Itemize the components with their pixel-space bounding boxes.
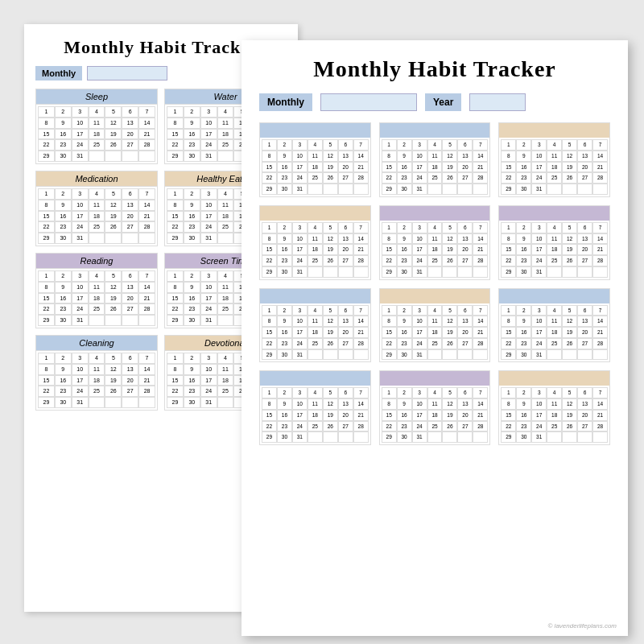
front-habit-8: 1234567 891011121314 15161718192021 2223…	[379, 288, 491, 363]
habit-cleaning-calendar: 1234567 891011121314 15161718192021 2223…	[36, 351, 157, 410]
front-year-input[interactable]	[469, 93, 526, 111]
front-habits-grid: 1234567 891011121314 15161718192021 2223…	[259, 122, 610, 445]
front-habit-9-header	[499, 289, 609, 303]
front-habit-7: 1234567 891011121314 15161718192021 2223…	[259, 288, 371, 363]
front-habit-4-calendar: 1234567 891011121314 15161718192021 2223…	[260, 221, 370, 279]
front-habit-8-header	[380, 289, 490, 303]
front-habit-2: 1234567 891011121314 15161718192021 2223…	[379, 122, 491, 197]
front-habit-5-header	[380, 206, 490, 221]
front-habit-3-header	[499, 123, 609, 138]
front-header-row: Monthly Year	[259, 93, 610, 111]
front-habit-7-calendar: 1234567 891011121314 15161718192021 2223…	[260, 303, 370, 362]
habit-medication-calendar: 1234567 891011121314 15161718192021 2223…	[36, 187, 157, 246]
front-habit-12: 1234567 891011121314 15161718192021 2223…	[498, 370, 610, 445]
habit-reading-calendar: 1234567 891011121314 15161718192021 2223…	[36, 269, 157, 328]
back-monthly-input[interactable]	[87, 66, 167, 80]
front-habit-4: 1234567 891011121314 15161718192021 2223…	[259, 205, 371, 280]
front-habit-7-header	[260, 289, 370, 303]
front-habit-10-header	[260, 371, 370, 386]
front-page-title: Monthly Habit Tracker	[259, 56, 610, 82]
front-habit-3-calendar: 1234567 891011121314 15161718192021 2223…	[499, 138, 609, 196]
front-habit-6: 1234567 891011121314 15161718192021 2223…	[498, 205, 610, 280]
front-monthly-input[interactable]	[320, 93, 417, 111]
front-habit-3: 1234567 891011121314 15161718192021 2223…	[498, 122, 610, 197]
front-year-label: Year	[425, 93, 461, 111]
front-habit-12-header	[499, 371, 609, 386]
habit-cleaning: Cleaning 1234567 891011121314 1516171819…	[35, 335, 158, 411]
front-habit-6-header	[499, 206, 609, 221]
front-habit-1-calendar: 1234567 891011121314 15161718192021 2223…	[260, 138, 370, 196]
habit-sleep-calendar: 1234567 891011121314 15161718192021 2223…	[36, 105, 157, 163]
front-habit-11: 1234567 891011121314 15161718192021 2223…	[379, 370, 491, 445]
habit-cleaning-title: Cleaning	[36, 336, 157, 351]
habit-sleep-title: Sleep	[36, 89, 157, 105]
habit-reading-title: Reading	[36, 254, 157, 269]
front-habit-4-header	[260, 206, 370, 221]
habit-medication: Medication 1234567 891011121314 15161718…	[35, 171, 158, 246]
front-monthly-label: Monthly	[259, 93, 312, 111]
front-habit-12-calendar: 1234567 891011121314 15161718192021 2223…	[499, 386, 609, 444]
front-habit-11-header	[380, 371, 490, 386]
front-habit-1-header	[260, 123, 370, 138]
habit-reading: Reading 1234567 891011121314 15161718192…	[35, 253, 158, 328]
front-habit-9-calendar: 1234567 891011121314 15161718192021 2223…	[499, 303, 609, 362]
front-habit-2-header	[380, 123, 490, 138]
watermark: © lavenderlifeplans.com	[548, 622, 617, 630]
front-habit-1: 1234567 891011121314 15161718192021 2223…	[259, 122, 371, 197]
front-habit-9: 1234567 891011121314 15161718192021 2223…	[498, 288, 610, 363]
front-habit-10: 1234567 891011121314 15161718192021 2223…	[259, 370, 371, 445]
habit-sleep: Sleep 1234567 891011121314 1516171819202…	[35, 89, 158, 164]
front-page: Monthly Habit Tracker Monthly Year 12345…	[242, 40, 628, 636]
front-habit-10-calendar: 1234567 891011121314 15161718192021 2223…	[260, 386, 370, 444]
front-habit-5: 1234567 891011121314 15161718192021 2223…	[379, 205, 491, 280]
front-habit-11-calendar: 1234567 891011121314 15161718192021 2223…	[380, 386, 490, 444]
front-habit-2-calendar: 1234567 891011121314 15161718192021 2223…	[380, 138, 490, 196]
scene: Monthly Habit Tracker Monthly Sleep 1234…	[8, 8, 636, 636]
habit-medication-title: Medication	[36, 171, 157, 187]
back-monthly-label: Monthly	[35, 66, 82, 80]
front-habit-5-calendar: 1234567 891011121314 15161718192021 2223…	[380, 221, 490, 279]
front-habit-8-calendar: 1234567 891011121314 15161718192021 2223…	[380, 303, 490, 362]
front-habit-6-calendar: 1234567 891011121314 15161718192021 2223…	[499, 221, 609, 279]
